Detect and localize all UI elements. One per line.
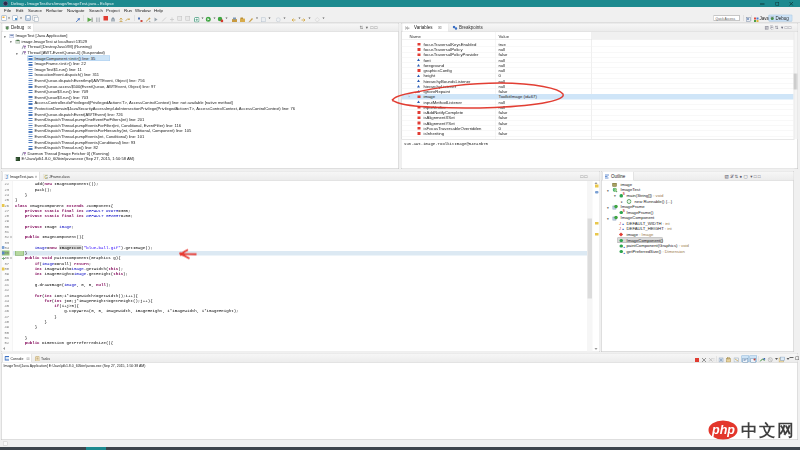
svg-text:J: J xyxy=(6,175,8,180)
svg-text:G: G xyxy=(45,175,49,180)
